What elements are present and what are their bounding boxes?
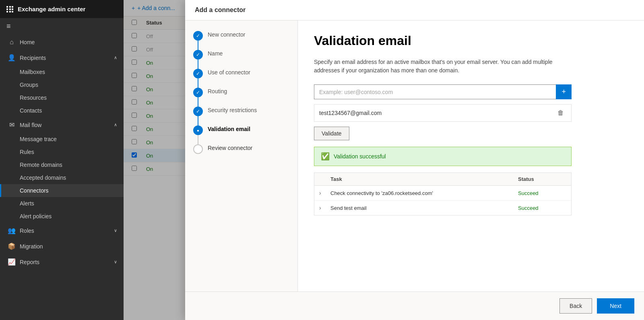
mailflow-icon: ✉ xyxy=(8,121,16,129)
step-routing[interactable]: Routing xyxy=(193,87,289,106)
sidebar-label-rules: Rules xyxy=(20,149,34,155)
vtable-task-1: Check connectivity to 'za06.rocketseed.c… xyxy=(330,190,518,196)
validate-button[interactable]: Validate xyxy=(314,127,349,140)
vtable-task-2: Send test email xyxy=(330,205,518,211)
sidebar-item-mailboxes[interactable]: Mailboxes xyxy=(0,66,124,78)
next-button[interactable]: Next xyxy=(597,298,634,314)
vtable-header: Task Status xyxy=(314,173,571,186)
sidebar-label-contacts: Contacts xyxy=(20,107,42,114)
vtable-row-2: › Send test email Succeed xyxy=(314,201,571,215)
sidebar-label-mailflow: Mail flow xyxy=(20,122,110,128)
step-review-connector[interactable]: Review connector xyxy=(193,144,289,162)
vtable-status-2: Succeed xyxy=(518,205,566,211)
sidebar-label-resources: Resources xyxy=(20,94,47,101)
checkmark-icon-3 xyxy=(196,71,200,76)
sidebar-item-accepteddomains[interactable]: Accepted domains xyxy=(0,171,124,184)
sidebar: Exchange admin center ≡ ⌂ Home 👤 Recipie… xyxy=(0,0,124,320)
wizard-steps: New connector Name xyxy=(185,21,298,291)
modal-title: Add a connector xyxy=(185,0,644,21)
migration-icon: 📦 xyxy=(8,242,16,250)
sidebar-label-accepteddomains: Accepted domains xyxy=(20,174,66,181)
sidebar-item-rules[interactable]: Rules xyxy=(0,146,124,158)
collapse-button[interactable]: ≡ xyxy=(0,18,124,35)
reports-icon: 📈 xyxy=(8,258,16,266)
status-column-header-vtable: Status xyxy=(518,176,566,182)
email-tag-row: test1234567@gmail.com 🗑 xyxy=(314,104,572,122)
wizard-content-description: Specify an email address for an active m… xyxy=(314,58,564,75)
sidebar-item-migration[interactable]: 📦 Migration xyxy=(0,238,124,254)
sidebar-item-alertpolicies[interactable]: Alert policies xyxy=(0,210,124,223)
sidebar-label-messagetrace: Message trace xyxy=(20,136,57,142)
modal-footer: Back Next xyxy=(185,291,644,320)
back-button[interactable]: Back xyxy=(559,298,592,314)
sidebar-label-connectors: Connectors xyxy=(20,187,49,194)
sidebar-label-mailboxes: Mailboxes xyxy=(20,69,45,75)
app-grid-icon xyxy=(6,6,14,12)
home-icon: ⌂ xyxy=(8,39,16,46)
add-email-button[interactable]: + xyxy=(556,84,572,99)
expand-col-header xyxy=(319,176,330,182)
delete-email-button[interactable]: 🗑 xyxy=(555,109,566,117)
checkmark-icon xyxy=(196,33,200,39)
checkmark-icon-5 xyxy=(196,109,200,114)
expand-row-1-btn[interactable]: › xyxy=(319,190,330,196)
chevron-up-icon: ∧ xyxy=(114,55,117,60)
step-circle-4 xyxy=(193,88,203,97)
modal-overlay: Add a connector New connector xyxy=(124,0,644,320)
step-circle-1 xyxy=(193,31,203,41)
sidebar-label-recipients: Recipients xyxy=(20,55,110,61)
sidebar-label-reports: Reports xyxy=(20,259,110,265)
step-label-routing: Routing xyxy=(208,87,227,106)
app-title: Exchange admin center xyxy=(18,6,85,12)
wizard-content-title: Validation email xyxy=(314,33,628,48)
validation-success-text: Validation successful xyxy=(334,153,386,160)
vtable-status-1: Succeed xyxy=(518,190,566,196)
chevron-down-roles-icon: ∨ xyxy=(114,228,117,233)
sidebar-item-home[interactable]: ⌂ Home xyxy=(0,35,124,50)
sidebar-label-alertpolicies: Alert policies xyxy=(20,213,52,219)
step-validation-email[interactable]: ● Validation email xyxy=(193,125,289,144)
main-content: + + Add a conn... Status Off Off On xyxy=(124,0,644,320)
sidebar-label-groups: Groups xyxy=(20,82,38,88)
task-column-header: Task xyxy=(330,176,518,182)
sidebar-item-resources[interactable]: Resources xyxy=(0,91,124,104)
step-circle-3 xyxy=(193,69,203,78)
sidebar-item-reports[interactable]: 📈 Reports ∨ xyxy=(0,254,124,270)
recipients-icon: 👤 xyxy=(8,54,16,62)
sidebar-item-mailflow[interactable]: ✉ Mail flow ∧ xyxy=(0,117,124,133)
step-dot: ● xyxy=(197,128,199,133)
email-input[interactable] xyxy=(314,84,556,99)
step-circle-7 xyxy=(193,144,203,154)
email-input-row: + xyxy=(314,84,572,99)
checkmark-icon-2 xyxy=(196,52,200,57)
step-circle-6: ● xyxy=(193,125,203,135)
sidebar-item-contacts[interactable]: Contacts xyxy=(0,104,124,117)
sidebar-label-alerts: Alerts xyxy=(20,200,34,207)
chevron-up-mailflow-icon: ∧ xyxy=(114,122,117,127)
app-header: Exchange admin center xyxy=(0,0,124,18)
next-label: Next xyxy=(610,303,621,309)
wizard-form-content: Validation email Specify an email addres… xyxy=(298,21,644,291)
roles-icon: 👥 xyxy=(8,227,16,234)
sidebar-item-recipients[interactable]: 👤 Recipients ∧ xyxy=(0,50,124,66)
step-label-security: Security restrictions xyxy=(208,106,257,125)
step-use-of-connector[interactable]: Use of connector xyxy=(193,68,289,87)
validation-success-banner: ✅ Validation successful xyxy=(314,147,572,166)
chevron-down-reports-icon: ∨ xyxy=(114,259,117,265)
validate-label: Validate xyxy=(322,130,342,137)
expand-row-2-btn[interactable]: › xyxy=(319,205,330,211)
sidebar-item-messagetrace[interactable]: Message trace xyxy=(0,133,124,146)
sidebar-item-alerts[interactable]: Alerts xyxy=(0,197,124,210)
step-circle-2 xyxy=(193,50,203,59)
step-name[interactable]: Name xyxy=(193,49,289,68)
sidebar-item-groups[interactable]: Groups xyxy=(0,78,124,91)
success-check-icon: ✅ xyxy=(321,152,330,161)
back-label: Back xyxy=(570,303,582,309)
step-label-review-connector: Review connector xyxy=(208,144,252,162)
sidebar-item-remotedomains[interactable]: Remote domains xyxy=(0,158,124,171)
add-connector-modal: Add a connector New connector xyxy=(185,0,644,320)
step-new-connector[interactable]: New connector xyxy=(193,30,289,49)
sidebar-item-connectors[interactable]: Connectors xyxy=(0,184,124,197)
sidebar-item-roles[interactable]: 👥 Roles ∨ xyxy=(0,223,124,238)
step-security-restrictions[interactable]: Security restrictions xyxy=(193,106,289,125)
